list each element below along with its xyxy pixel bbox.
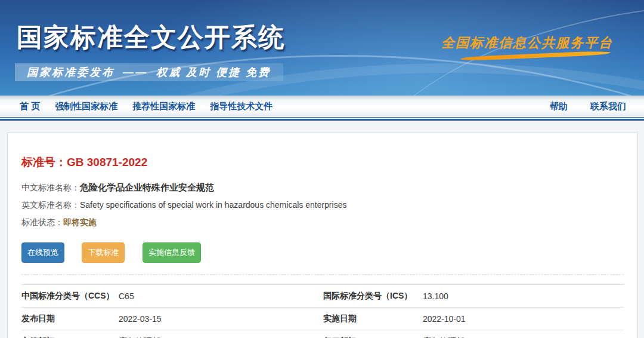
standard-info-table: 中国标准分类号（CCS） C65 国际标准分类号（ICS） 13.100 发布日… bbox=[21, 284, 624, 338]
action-button-row: 在线预览 下载标准 实施信息反馈 bbox=[21, 242, 624, 263]
publisher-label: 国家标准委发布 bbox=[27, 65, 114, 79]
table-row: 发布日期 2022-03-15 实施日期 2022-10-01 bbox=[21, 307, 624, 330]
centralized-dept-value: 应急管理部 bbox=[423, 336, 624, 338]
table-row: 中国标准分类号（CCS） C65 国际标准分类号（ICS） 13.100 bbox=[21, 284, 624, 307]
chinese-name-value: 危险化学品企业特殊作业安全规范 bbox=[80, 182, 214, 192]
publisher-slogan: 权威 及时 便捷 免费 bbox=[156, 65, 271, 79]
standard-number-line: 标准号：GB 30871-2022 bbox=[21, 155, 624, 170]
nav-divider-dark bbox=[0, 119, 644, 121]
site-title: 国家标准全文公开系统 bbox=[17, 20, 285, 55]
main-nav: 首 页 强制性国家标准 推荐性国家标准 指导性技术文件 帮助 联系我们 bbox=[0, 96, 644, 118]
ccs-value: C65 bbox=[119, 291, 323, 301]
chinese-name-label: 中文标准名称： bbox=[21, 183, 80, 192]
implement-date-value: 2022-10-01 bbox=[423, 314, 624, 324]
implementation-feedback-button[interactable]: 实施信息反馈 bbox=[143, 242, 201, 263]
centralized-dept-label: 归口部门 bbox=[323, 336, 423, 338]
standard-number-label: 标准号： bbox=[21, 156, 67, 168]
english-name-value: Safety specifications of special work in… bbox=[80, 200, 346, 210]
standard-detail-card: 标准号：GB 30871-2022 中文标准名称：危险化学品企业特殊作业安全规范… bbox=[7, 133, 638, 338]
table-row: 主管部门 应急管理部 归口部门 应急管理部 bbox=[21, 330, 624, 338]
nav-item-recommended-standards[interactable]: 推荐性国家标准 bbox=[132, 101, 195, 112]
nav-item-home[interactable]: 首 页 bbox=[20, 101, 40, 112]
nav-item-contact-us[interactable]: 联系我们 bbox=[590, 101, 626, 112]
publisher-banner: 国家标准委发布 —— 权威 及时 便捷 免费 bbox=[15, 63, 283, 81]
publish-date-value: 2022-03-15 bbox=[119, 314, 323, 324]
site-header: 国家标准全文公开系统 国家标准委发布 —— 权威 及时 便捷 免费 全国标准信息… bbox=[0, 0, 644, 96]
nav-item-mandatory-standards[interactable]: 强制性国家标准 bbox=[55, 101, 117, 112]
publish-date-label: 发布日期 bbox=[21, 314, 119, 324]
ics-value: 13.100 bbox=[423, 291, 624, 301]
ccs-label: 中国标准分类号（CCS） bbox=[21, 291, 119, 302]
english-name-label: 英文标准名称： bbox=[21, 200, 80, 210]
status-line: 标准状态：即将实施 bbox=[21, 217, 624, 228]
nav-right-group: 帮助 联系我们 bbox=[550, 101, 626, 112]
english-name-line: 英文标准名称：Safety specifications of special … bbox=[21, 200, 624, 211]
chinese-name-line: 中文标准名称：危险化学品企业特殊作业安全规范 bbox=[21, 182, 624, 193]
platform-link[interactable]: 全国标准信息公共服务平台 bbox=[441, 34, 613, 52]
dashed-divider bbox=[21, 274, 624, 275]
competent-dept-value: 应急管理部 bbox=[119, 336, 323, 338]
standard-number-value: GB 30871-2022 bbox=[67, 156, 147, 168]
download-standard-button[interactable]: 下载标准 bbox=[82, 242, 125, 263]
online-preview-button[interactable]: 在线预览 bbox=[21, 242, 64, 263]
competent-dept-label: 主管部门 bbox=[21, 336, 119, 338]
status-value: 即将实施 bbox=[63, 217, 97, 227]
publisher-dash: —— bbox=[123, 66, 148, 79]
ics-label: 国际标准分类号（ICS） bbox=[323, 291, 423, 302]
nav-item-guiding-documents[interactable]: 指导性技术文件 bbox=[210, 101, 273, 112]
status-label: 标准状态： bbox=[21, 217, 63, 227]
implement-date-label: 实施日期 bbox=[323, 314, 423, 324]
nav-item-help[interactable]: 帮助 bbox=[550, 101, 568, 112]
